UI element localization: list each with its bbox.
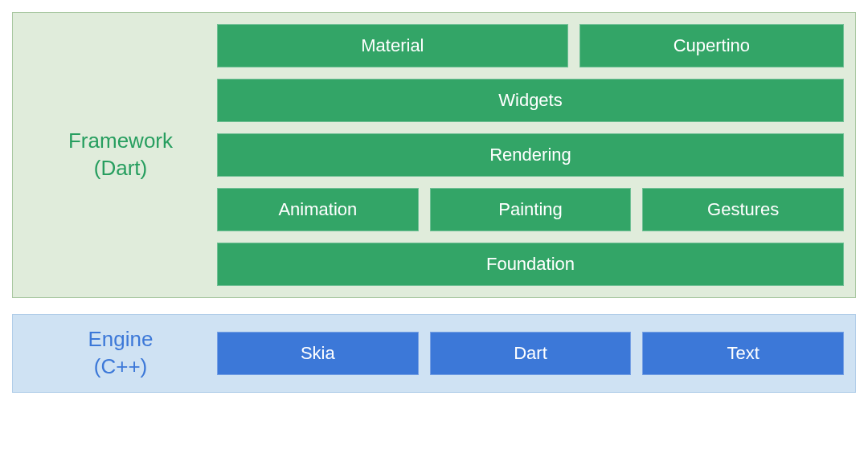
widgets-block: Widgets (217, 79, 844, 122)
framework-row-rendering: Rendering (217, 133, 844, 177)
painting-block: Painting (430, 188, 632, 231)
framework-label-line1: Framework (68, 129, 173, 153)
framework-label-line2: (Dart) (94, 156, 147, 180)
material-block: Material (217, 24, 568, 67)
skia-block: Skia (217, 332, 419, 375)
framework-row-top: Material Cupertino (217, 24, 844, 67)
framework-rows: Material Cupertino Widgets Rendering Ani… (217, 24, 844, 286)
framework-row-foundation: Foundation (217, 243, 844, 286)
framework-section: Framework (Dart) Material Cupertino Widg… (12, 12, 856, 298)
engine-label-line2: (C++) (94, 354, 147, 378)
rendering-block: Rendering (217, 133, 844, 177)
engine-label-line1: Engine (88, 327, 154, 351)
engine-section: Engine (C++) Skia Dart Text (12, 314, 856, 393)
framework-row-mid: Animation Painting Gestures (217, 188, 844, 231)
foundation-block: Foundation (217, 243, 844, 286)
gestures-block: Gestures (642, 188, 844, 231)
engine-rows: Skia Dart Text (217, 332, 844, 375)
animation-block: Animation (217, 188, 419, 231)
framework-label: Framework (Dart) (24, 128, 217, 182)
engine-row: Skia Dart Text (217, 332, 844, 375)
cupertino-block: Cupertino (579, 24, 844, 67)
text-block: Text (642, 332, 844, 375)
engine-label: Engine (C++) (24, 326, 217, 381)
framework-row-widgets: Widgets (217, 79, 844, 122)
dart-block: Dart (430, 332, 632, 375)
